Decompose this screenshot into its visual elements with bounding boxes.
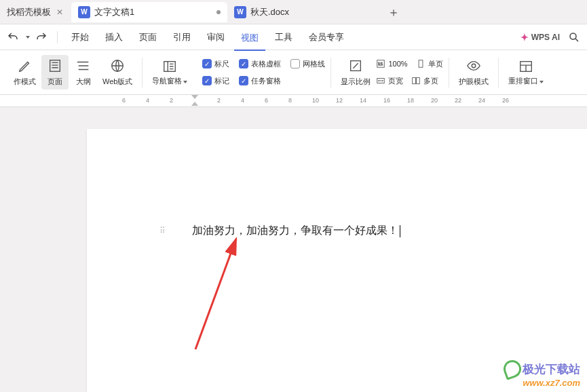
indent-marker-icon[interactable]: [190, 95, 200, 107]
eye-care-button[interactable]: 护眼模式: [455, 55, 493, 90]
ruler-tick: 2: [217, 97, 221, 104]
ruler-tick: 18: [407, 97, 414, 104]
svg-rect-7: [419, 60, 423, 68]
word-icon: W: [78, 6, 90, 18]
svg-rect-9: [413, 77, 416, 83]
tab-label: 文字文稿1: [94, 6, 134, 18]
ruler-tick: 16: [383, 97, 390, 104]
zoom-100-button[interactable]: 1:1100%: [376, 59, 407, 69]
ruler-tick: 10: [312, 97, 319, 104]
ruler-tick: 6: [265, 97, 268, 104]
document-area: 6 4 2 2 4 6 8 10 12 14 16 18 20 22 24 26…: [0, 95, 587, 392]
ruler-tick: 20: [431, 97, 438, 104]
write-mode-button[interactable]: 作模式: [10, 55, 40, 90]
undo-icon[interactable]: [4, 28, 22, 46]
arrange-icon: [518, 58, 534, 75]
document-text: 加油努力，加油努力，争取有一个好成果！: [192, 224, 398, 236]
ruler-tick: 4: [146, 97, 149, 104]
watermark: 极光下载站 www.xz7.com: [504, 360, 580, 388]
task-pane-checkbox[interactable]: ✓任务窗格: [239, 76, 281, 86]
logo-icon: [501, 357, 523, 380]
separator: [57, 31, 58, 43]
nav-pane-icon: [162, 58, 178, 75]
horizontal-ruler[interactable]: 6 4 2 2 4 6 8 10 12 14 16 18 20 22 24 26: [0, 95, 587, 107]
ruler-tick: 14: [360, 97, 366, 104]
arrange-windows-button[interactable]: 重排窗口: [504, 56, 548, 89]
menu-view[interactable]: 视图: [234, 28, 265, 51]
tab-document-1[interactable]: W 文字文稿1: [71, 2, 227, 22]
tab-label: 秋天.docx: [250, 6, 289, 18]
menu-tools[interactable]: 工具: [268, 27, 299, 47]
globe-icon: [109, 58, 126, 74]
ruler-checkbox[interactable]: ✓标尺: [202, 59, 229, 69]
ruler-tick: 2: [170, 97, 173, 104]
ribbon: 作模式 页面 大纲 Web版式 导航窗格 ✓标尺 ✓表格虚框 网格线: [0, 50, 587, 95]
svg-rect-10: [417, 77, 420, 83]
svg-point-0: [570, 33, 576, 39]
ruler-tick: 6: [122, 97, 126, 104]
tab-template[interactable]: 找稻壳模板 ✕: [0, 2, 71, 22]
menu-review[interactable]: 审阅: [200, 27, 231, 47]
ruler-tick: 22: [455, 97, 461, 104]
ruler-tick: 24: [478, 97, 485, 104]
search-icon[interactable]: [565, 28, 583, 46]
multi-page-button[interactable]: 多页: [411, 76, 438, 86]
page-icon: [47, 58, 63, 74]
watermark-url: www.xz7.com: [523, 378, 580, 388]
close-icon[interactable]: ✕: [55, 7, 64, 17]
ai-spark-icon: ✦: [520, 32, 529, 43]
svg-rect-1: [50, 60, 60, 72]
menu-member[interactable]: 会员专享: [302, 27, 351, 47]
ruler-tick: 12: [336, 97, 343, 104]
marks-checkbox[interactable]: ✓标记: [202, 76, 229, 86]
web-view-button[interactable]: Web版式: [98, 55, 136, 90]
tab-bar: 找稻壳模板 ✕ W 文字文稿1 W 秋天.docx ＋: [0, 0, 587, 24]
table-frame-checkbox[interactable]: ✓表格虚框: [239, 59, 281, 69]
svg-text:1:1: 1:1: [378, 62, 383, 66]
word-icon: W: [234, 6, 246, 18]
drag-handle-icon[interactable]: ⠿: [159, 226, 166, 235]
chevron-down-icon[interactable]: [26, 36, 30, 39]
watermark-name: 极光下载站: [523, 361, 580, 377]
menu-start[interactable]: 开始: [64, 27, 96, 47]
chevron-down-icon: [539, 81, 544, 83]
menu-bar: 开始 插入 页面 引用 审阅 视图 工具 会员专享 ✦ WPS AI: [0, 24, 587, 50]
svg-point-11: [472, 64, 476, 68]
gridlines-checkbox[interactable]: 网格线: [290, 59, 325, 69]
nav-pane-button[interactable]: 导航窗格: [148, 56, 191, 89]
wps-ai-button[interactable]: ✦ WPS AI: [520, 32, 560, 43]
modified-dot-icon: [216, 10, 221, 14]
ruler-tick: 26: [502, 97, 509, 104]
zoom-button[interactable]: 显示比例: [337, 55, 375, 90]
page-view-button[interactable]: 页面: [41, 55, 69, 90]
ruler-tick: 8: [288, 97, 292, 104]
pencil-icon: [17, 58, 33, 74]
wps-ai-label: WPS AI: [531, 33, 560, 42]
paragraph[interactable]: ⠿ 加油努力，加油努力，争取有一个好成果！: [192, 224, 508, 238]
eye-icon: [466, 58, 482, 74]
redo-icon[interactable]: [33, 28, 50, 46]
menu-reference[interactable]: 引用: [166, 27, 197, 47]
ruler-tick: 4: [241, 97, 244, 104]
menu-page[interactable]: 页面: [132, 27, 164, 47]
outline-view-button[interactable]: 大纲: [70, 55, 97, 90]
document-page[interactable]: ⠿ 加油努力，加油努力，争取有一个好成果！: [87, 129, 587, 392]
single-page-button[interactable]: 单页: [416, 59, 443, 69]
tab-label: 找稻壳模板: [7, 6, 51, 18]
new-tab-button[interactable]: ＋: [383, 4, 404, 20]
menu-insert[interactable]: 插入: [98, 27, 130, 47]
page-width-button[interactable]: 页宽: [376, 76, 403, 86]
percent-icon: [347, 58, 364, 74]
chevron-down-icon: [183, 81, 187, 83]
text-cursor: [400, 225, 400, 237]
tab-document-2[interactable]: W 秋天.docx: [227, 2, 383, 22]
outline-icon: [75, 58, 92, 74]
